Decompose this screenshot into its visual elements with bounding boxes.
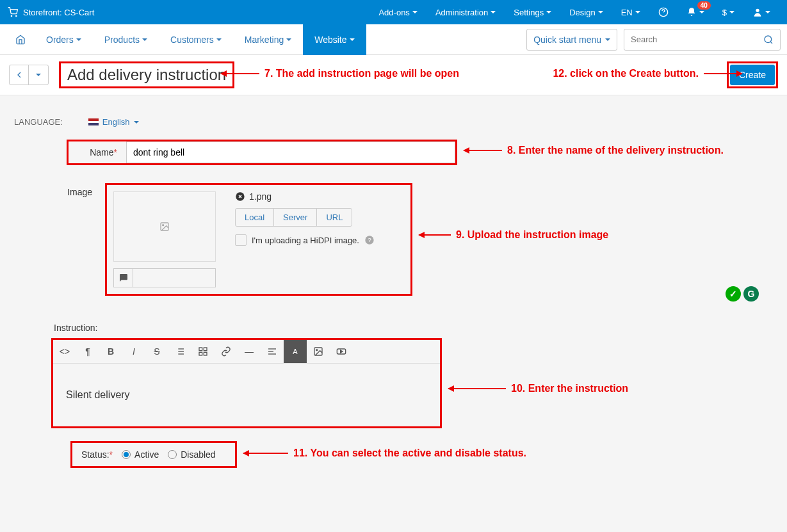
svg-point-4 bbox=[756, 9, 759, 12]
main-nav: Orders Products Customers Marketing Webs… bbox=[0, 24, 787, 55]
hidpi-row: I'm uploading a HiDPI image. ? bbox=[235, 234, 375, 246]
name-row: Name* bbox=[67, 140, 457, 165]
search-input[interactable] bbox=[624, 35, 757, 44]
editor-toolbar: <> ¶ B I S — A bbox=[53, 340, 440, 364]
hidpi-label: I'm uploading a HiDPI image. bbox=[252, 236, 359, 245]
paragraph-button[interactable]: ¶ bbox=[76, 340, 99, 363]
svg-rect-20 bbox=[199, 348, 202, 351]
back-button[interactable] bbox=[10, 65, 29, 85]
instruction-label: Instruction: bbox=[9, 319, 124, 333]
name-input[interactable] bbox=[126, 141, 455, 163]
language-selector[interactable]: English bbox=[88, 117, 139, 127]
history-dropdown[interactable] bbox=[29, 65, 48, 85]
radio-icon bbox=[168, 450, 177, 459]
video-icon bbox=[336, 346, 346, 357]
annotation-12: 12. click on the Create button. bbox=[553, 68, 742, 79]
language-label: LANGUAGE: bbox=[14, 117, 63, 127]
instruction-editor: <> ¶ B I S — A Silent delivery bbox=[51, 338, 442, 428]
hr-button[interactable]: — bbox=[238, 340, 261, 363]
search-box bbox=[624, 29, 781, 51]
page-title: Add delivery instruction bbox=[59, 61, 234, 88]
filename-row: 1.png bbox=[235, 191, 375, 202]
italic-button[interactable]: I bbox=[122, 340, 145, 363]
video-button[interactable] bbox=[330, 340, 353, 363]
radio-icon bbox=[122, 450, 131, 459]
menu-design[interactable]: Design bbox=[560, 0, 612, 24]
image-button[interactable] bbox=[307, 340, 330, 363]
hidpi-checkbox[interactable] bbox=[235, 234, 247, 246]
link-button[interactable] bbox=[215, 340, 238, 363]
svg-point-8 bbox=[163, 225, 164, 226]
chevron-down-icon bbox=[765, 11, 770, 13]
cart-icon bbox=[8, 7, 18, 17]
chevron-down-icon bbox=[216, 38, 222, 41]
status-disabled[interactable]: Disabled bbox=[168, 449, 215, 460]
editor-content[interactable]: Silent delivery bbox=[53, 364, 440, 426]
menu-language[interactable]: EN bbox=[612, 0, 649, 24]
user-menu[interactable] bbox=[743, 0, 779, 24]
status-row: Status:* Active Disabled bbox=[70, 441, 237, 468]
topbar: Storefront: CS-Cart Add-ons Administrati… bbox=[0, 0, 787, 24]
svg-point-0 bbox=[11, 15, 12, 16]
titlebar: Add delivery instruction 7. The add inst… bbox=[0, 55, 787, 95]
chevron-down-icon bbox=[605, 38, 610, 41]
chevron-down-icon bbox=[635, 11, 640, 13]
nav-products[interactable]: Products bbox=[93, 24, 159, 55]
table-button[interactable] bbox=[191, 340, 215, 363]
tab-server[interactable]: Server bbox=[274, 209, 317, 226]
nav-website[interactable]: Website bbox=[303, 24, 366, 55]
grammarly-g-icon: G bbox=[743, 286, 759, 302]
menu-settings[interactable]: Settings bbox=[505, 0, 560, 24]
name-label: Name* bbox=[69, 147, 126, 157]
font-button[interactable]: A bbox=[284, 340, 307, 363]
nav-orders[interactable]: Orders bbox=[35, 24, 93, 55]
chevron-down-icon bbox=[491, 11, 496, 13]
chevron-down-icon bbox=[134, 121, 139, 124]
notification-badge: 40 bbox=[697, 1, 711, 10]
annotation-8: 8. Enter the name of the delivery instru… bbox=[464, 145, 724, 156]
chevron-down-icon bbox=[699, 11, 704, 13]
notifications-button[interactable]: 40 bbox=[677, 0, 713, 24]
grammarly-icon: ✓ bbox=[726, 286, 741, 302]
help-icon[interactable]: ? bbox=[364, 235, 375, 245]
strike-button[interactable]: S bbox=[145, 340, 168, 363]
grid-icon bbox=[198, 346, 208, 357]
image-upload-section: 1.png Local Server URL I'm uploading a H… bbox=[105, 183, 412, 296]
chevron-down-icon bbox=[142, 38, 147, 41]
svg-point-1 bbox=[16, 15, 17, 16]
home-link[interactable] bbox=[6, 24, 35, 55]
remove-file-icon[interactable] bbox=[235, 191, 245, 202]
tab-local[interactable]: Local bbox=[236, 209, 274, 226]
nav-marketing[interactable]: Marketing bbox=[233, 24, 303, 55]
home-icon bbox=[15, 35, 26, 45]
menu-addons[interactable]: Add-ons bbox=[369, 0, 426, 24]
upload-source-tabs: Local Server URL bbox=[235, 208, 352, 227]
currency-selector[interactable]: $ bbox=[713, 0, 743, 24]
bold-button[interactable]: B bbox=[99, 340, 122, 363]
image-icon bbox=[313, 346, 323, 357]
svg-point-5 bbox=[765, 36, 772, 43]
search-button[interactable] bbox=[757, 29, 780, 50]
chevron-down-icon bbox=[286, 38, 291, 41]
menu-administration[interactable]: Administration bbox=[426, 0, 505, 24]
nav-history bbox=[9, 65, 49, 85]
image-preview[interactable] bbox=[113, 191, 216, 262]
svg-marker-30 bbox=[341, 350, 343, 353]
align-button[interactable] bbox=[261, 340, 284, 363]
chevron-down-icon bbox=[546, 11, 551, 13]
code-view-button[interactable]: <> bbox=[53, 340, 76, 363]
content-area: LANGUAGE: English Name* 8. Enter the nam… bbox=[0, 95, 787, 477]
status-active[interactable]: Active bbox=[122, 449, 159, 460]
svg-text:?: ? bbox=[368, 237, 371, 243]
storefront-selector[interactable]: Storefront: CS-Cart bbox=[8, 7, 94, 17]
quick-start-menu[interactable]: Quick start menu bbox=[526, 29, 617, 51]
chevron-down-icon bbox=[598, 11, 603, 13]
ul-button[interactable] bbox=[168, 340, 191, 363]
flag-icon bbox=[88, 118, 99, 125]
nav-customers[interactable]: Customers bbox=[159, 24, 233, 55]
link-icon bbox=[221, 346, 231, 357]
grammarly-widget[interactable]: ✓ G bbox=[726, 286, 759, 302]
help-button[interactable] bbox=[649, 0, 677, 24]
tab-url[interactable]: URL bbox=[317, 209, 352, 226]
alt-text-input[interactable] bbox=[113, 268, 216, 287]
